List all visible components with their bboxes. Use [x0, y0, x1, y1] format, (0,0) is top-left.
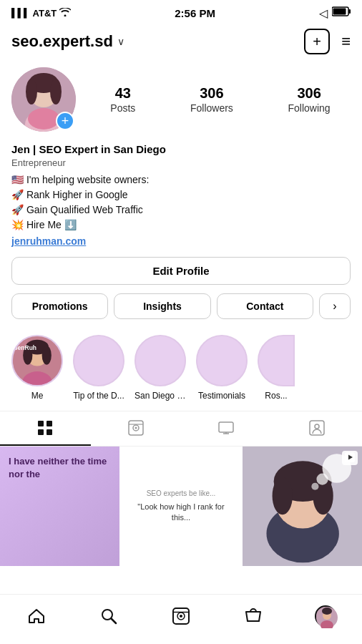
create-post-button[interactable]: + — [304, 29, 330, 54]
svg-rect-18 — [47, 421, 52, 426]
post-1-text: I have neither the time nor the — [9, 455, 111, 481]
svg-point-29 — [315, 424, 319, 429]
tab-tv[interactable] — [181, 411, 272, 446]
video-play-badge — [342, 451, 358, 465]
followers-stat[interactable]: 306 Followers — [190, 85, 233, 114]
post-thumb-1[interactable]: I have neither the time nor the — [0, 447, 119, 566]
tabs-row — [0, 411, 362, 447]
tagged-icon — [309, 420, 325, 436]
username: seo.expert.sd — [11, 32, 113, 51]
bio-link[interactable]: jenruhman.com — [11, 235, 351, 247]
following-label: Following — [288, 102, 331, 114]
bio-line-4: 💥 Hire Me ⬇️ — [11, 219, 77, 230]
profile-subtitle: Entrepreneur — [11, 157, 351, 168]
svg-point-49 — [322, 608, 332, 615]
svg-rect-17 — [38, 421, 44, 426]
bio-line-1: 🇺🇸 I'm helping website owners: — [11, 174, 149, 185]
highlight-ros[interactable]: Ros... — [258, 335, 295, 401]
add-story-badge[interactable]: + — [56, 112, 74, 130]
nav-reels-icon — [172, 607, 190, 625]
highlights-row: JenRuh Me Tip of the D... San Diego life… — [0, 329, 362, 411]
svg-point-7 — [26, 79, 37, 104]
following-count: 306 — [288, 85, 331, 102]
search-icon — [99, 607, 118, 625]
carrier-signal: ▌▌▌ AT&T — [11, 8, 71, 19]
followers-label: Followers — [190, 102, 233, 114]
contact-button[interactable]: Contact — [217, 293, 313, 319]
posts-grid: I have neither the time nor the SEO expe… — [0, 447, 362, 566]
highlight-testimonials[interactable]: Testimonials — [196, 335, 248, 401]
highlight-circle-me: JenRuh — [11, 335, 63, 386]
svg-point-9 — [28, 108, 59, 130]
avatar-wrapper: + — [11, 67, 76, 132]
bio-section: Jen | SEO Expert in San Diego Entreprene… — [0, 143, 362, 257]
nav-profile-avatar — [315, 605, 336, 627]
header-icons: + ≡ — [304, 29, 351, 54]
svg-point-34 — [272, 477, 292, 515]
promotions-button[interactable]: Promotions — [11, 293, 108, 319]
post-2-top-text: SEO experts be like... — [147, 489, 216, 497]
posts-label: Posts — [110, 102, 135, 114]
signal-bars-icon: ▌▌▌ — [11, 8, 30, 18]
profile-name: Jen | SEO Expert in San Diego — [11, 143, 351, 155]
svg-point-8 — [50, 79, 62, 104]
tv-icon — [218, 420, 234, 436]
edit-profile-button[interactable]: Edit Profile — [11, 257, 351, 285]
tab-grid[interactable] — [0, 411, 91, 446]
nav-search[interactable] — [91, 600, 127, 632]
status-time: 2:56 PM — [175, 7, 215, 19]
following-stat[interactable]: 306 Following — [288, 85, 331, 114]
hamburger-menu-icon[interactable]: ≡ — [341, 32, 351, 51]
highlight-label-ros: Ros... — [265, 391, 287, 401]
status-right-icons: ◁ — [319, 6, 351, 20]
nav-home[interactable] — [19, 600, 54, 632]
svg-point-44 — [180, 615, 182, 618]
header: seo.expert.sd ∨ + ≡ — [0, 26, 362, 60]
insights-button[interactable]: Insights — [114, 293, 210, 319]
svg-point-15 — [42, 346, 52, 364]
nav-profile[interactable] — [308, 600, 343, 632]
highlight-circle-sandiego — [134, 335, 186, 386]
svg-text:JenRuh: JenRuh — [14, 344, 36, 351]
bio-line-3: 🚀 Gain Qualified Web Traffic — [11, 204, 143, 215]
svg-rect-28 — [310, 421, 324, 435]
highlight-circle-testimonials — [196, 335, 248, 386]
bottom-nav — [0, 594, 362, 644]
followers-count: 306 — [190, 85, 233, 102]
post-thumb-3[interactable] — [243, 447, 362, 566]
highlight-sandiego[interactable]: San Diego life — [134, 335, 186, 401]
highlight-circle-tip — [73, 335, 124, 386]
svg-point-38 — [311, 483, 318, 490]
post-2-main-text: "Look how high I rank for this... — [128, 502, 233, 524]
post-thumb-2[interactable]: SEO experts be like... "Look how high I … — [121, 447, 240, 566]
location-icon: ◁ — [319, 6, 328, 20]
reels-icon — [128, 420, 144, 436]
svg-line-41 — [111, 618, 116, 623]
highlight-label-testimonials: Testimonials — [198, 391, 245, 401]
highlight-me[interactable]: JenRuh Me — [11, 335, 63, 401]
action-buttons-row: Promotions Insights Contact › — [0, 293, 362, 329]
nav-shop[interactable] — [235, 600, 271, 632]
svg-rect-19 — [38, 429, 44, 435]
posts-stat: 43 Posts — [110, 85, 135, 114]
shop-icon — [244, 607, 263, 625]
tab-reels[interactable] — [91, 411, 182, 446]
highlight-label-me: Me — [31, 391, 44, 401]
chevron-right-button[interactable]: › — [319, 293, 351, 319]
bio-line-2: 🚀 Rank Higher in Google — [11, 189, 128, 200]
chevron-down-icon: ∨ — [117, 36, 124, 47]
posts-count: 43 — [110, 85, 135, 102]
username-area[interactable]: seo.expert.sd ∨ — [11, 32, 124, 51]
svg-rect-2 — [333, 9, 346, 15]
highlight-tip[interactable]: Tip of the D... — [73, 335, 124, 401]
svg-point-23 — [134, 427, 137, 429]
tab-tagged[interactable] — [272, 411, 363, 446]
battery-icon — [332, 6, 351, 19]
highlight-label-tip: Tip of the D... — [73, 391, 124, 401]
svg-rect-25 — [219, 422, 233, 432]
profile-stats: 43 Posts 306 Followers 306 Following — [90, 85, 351, 114]
highlight-circle-ros — [258, 335, 295, 386]
carrier-label: AT&T — [33, 8, 57, 19]
nav-reels[interactable] — [163, 600, 199, 632]
status-bar: ▌▌▌ AT&T 2:56 PM ◁ — [0, 0, 362, 26]
